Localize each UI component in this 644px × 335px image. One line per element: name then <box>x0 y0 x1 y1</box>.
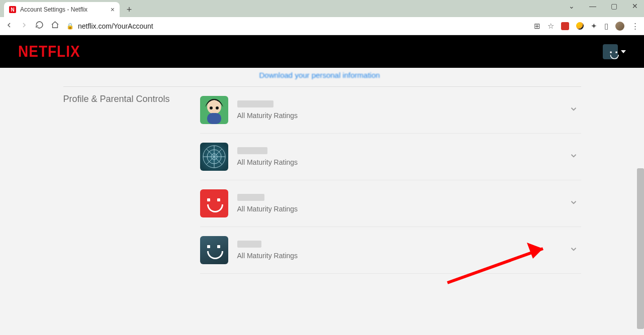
address-bar: 🔒 netflix.com/YourAccount ⊞ ☆ ✦ ▯ ⋮ <box>0 17 644 35</box>
translate-icon[interactable]: ⊞ <box>534 22 540 31</box>
header-profile-menu[interactable] <box>603 44 626 59</box>
browser-profile-icon[interactable] <box>615 22 624 31</box>
close-window-icon[interactable]: ✕ <box>629 2 641 10</box>
browser-chrome: ⌄ — ▢ ✕ N Account Settings - Netflix × + <box>0 0 644 35</box>
profile-row[interactable]: All Maturity Ratings <box>200 94 581 134</box>
extension-icons: ⊞ ☆ ✦ ▯ ⋮ <box>534 22 639 31</box>
svg-point-0 <box>207 100 221 114</box>
profile-info: All Maturity Ratings <box>237 194 298 213</box>
chevron-down-icon[interactable] <box>569 104 578 116</box>
color-extension-icon[interactable] <box>576 22 584 30</box>
extensions-icon[interactable]: ✦ <box>591 22 597 31</box>
profile-avatar <box>200 96 228 124</box>
close-tab-icon[interactable]: × <box>111 6 115 14</box>
svg-point-1 <box>210 106 213 109</box>
home-icon[interactable] <box>51 21 59 31</box>
profile-name-redacted <box>237 194 264 201</box>
download-personal-info-link[interactable]: Download your personal information <box>259 68 581 86</box>
profile-avatar <box>200 236 228 264</box>
profile-info: All Maturity Ratings <box>237 100 298 120</box>
bookmark-icon[interactable]: ☆ <box>547 22 554 31</box>
side-panel-icon[interactable]: ▯ <box>604 22 608 31</box>
profile-info: All Maturity Ratings <box>237 241 298 260</box>
browser-tab[interactable]: N Account Settings - Netflix × <box>4 2 120 17</box>
menu-icon[interactable]: ⋮ <box>631 22 639 31</box>
profile-rating: All Maturity Ratings <box>237 111 298 120</box>
netflix-favicon: N <box>9 6 16 13</box>
forward-icon[interactable] <box>20 21 28 31</box>
profile-rating: All Maturity Ratings <box>237 205 298 213</box>
tab-strip: N Account Settings - Netflix × + <box>0 0 644 17</box>
maximize-icon[interactable]: ▢ <box>608 2 620 10</box>
section-title: Profile & Parental Controls <box>63 94 200 274</box>
netflix-header: NETFLIX <box>0 35 644 68</box>
profile-row[interactable]: All Maturity Ratings <box>200 180 581 227</box>
page-content: Download your personal information Profi… <box>0 68 644 335</box>
url-text: netflix.com/YourAccount <box>78 22 153 30</box>
profile-avatar <box>200 143 228 171</box>
profile-name-redacted <box>237 241 261 248</box>
profile-rating: All Maturity Ratings <box>237 252 298 260</box>
chevron-down-icon[interactable] <box>569 245 578 256</box>
minimize-icon[interactable]: — <box>587 2 599 10</box>
profile-row[interactable]: All Maturity Ratings <box>200 134 581 180</box>
address-field[interactable]: 🔒 netflix.com/YourAccount <box>66 22 153 30</box>
lock-icon: 🔒 <box>66 23 74 30</box>
netflix-logo[interactable]: NETFLIX <box>18 43 80 60</box>
profile-name-redacted <box>237 100 273 107</box>
back-icon[interactable] <box>5 21 13 31</box>
profile-row[interactable]: All Maturity Ratings <box>200 227 581 274</box>
svg-rect-3 <box>207 113 221 124</box>
profile-info: All Maturity Ratings <box>237 147 298 166</box>
profile-rating: All Maturity Ratings <box>237 158 298 166</box>
tab-title: Account Settings - Netflix <box>20 6 87 13</box>
caret-down-icon <box>621 50 626 53</box>
shield-extension-icon[interactable] <box>561 22 569 30</box>
new-tab-button[interactable]: + <box>123 3 136 16</box>
profile-name-redacted <box>237 147 267 154</box>
svg-point-2 <box>216 106 219 109</box>
nav-icons <box>5 21 59 31</box>
reload-icon[interactable] <box>35 21 44 31</box>
chevron-down-icon[interactable] <box>569 198 578 209</box>
window-controls: ⌄ — ▢ ✕ <box>566 2 641 10</box>
profiles-list: All Maturity Ratings All Maturity Rating… <box>200 94 581 274</box>
scrollbar[interactable] <box>637 168 644 329</box>
chevron-down-icon[interactable]: ⌄ <box>566 2 578 10</box>
parental-controls-section: Profile & Parental Controls All Maturity… <box>63 86 581 274</box>
profile-avatar <box>200 189 228 217</box>
header-avatar <box>603 44 618 59</box>
chevron-down-icon[interactable] <box>569 151 578 162</box>
